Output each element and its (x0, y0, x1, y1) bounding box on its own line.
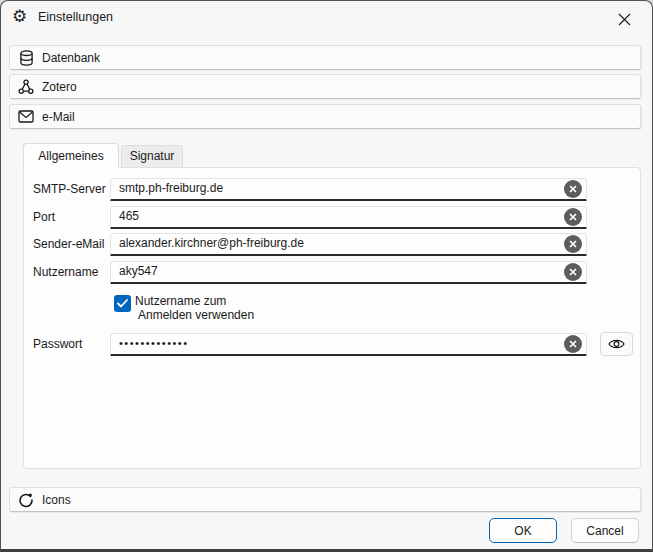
database-icon (18, 50, 34, 66)
sender-email-field-wrap (110, 233, 587, 256)
titlebar: ⚙ Einstellungen (1, 1, 652, 37)
sender-email-row: Sender-eMail (33, 233, 587, 256)
ok-button[interactable]: OK (489, 518, 557, 543)
clear-x-icon (569, 340, 577, 348)
sender-email-input[interactable] (111, 234, 586, 254)
section-label-icons: Icons (42, 493, 71, 507)
clear-x-icon (569, 268, 577, 276)
port-input[interactable] (111, 207, 586, 227)
reveal-password-button[interactable] (600, 332, 633, 356)
port-field-wrap (110, 206, 587, 229)
port-row: Port (33, 206, 587, 229)
section-email[interactable]: e-Mail (9, 104, 641, 129)
use-username-checkbox-row[interactable]: Nutzername zum Anmelden verwenden (114, 294, 254, 322)
section-zotero[interactable]: Zotero (9, 74, 641, 99)
zotero-icon (18, 79, 34, 95)
passwort-row: Passwort (33, 333, 587, 356)
window-title: Einstellungen (38, 10, 113, 24)
passwort-clear-button[interactable] (564, 335, 582, 353)
port-label: Port (33, 206, 110, 229)
nutzername-clear-button[interactable] (564, 263, 582, 281)
clear-x-icon (569, 213, 577, 221)
nutzername-label: Nutzername (33, 261, 110, 284)
tab-signatur[interactable]: Signatur (121, 145, 183, 167)
sender-email-clear-button[interactable] (564, 235, 582, 253)
section-label-zotero: Zotero (42, 80, 77, 94)
envelope-icon (18, 109, 34, 125)
email-general-panel: SMTP-Server Port Sender-eMail (23, 167, 641, 469)
cancel-button[interactable]: Cancel (571, 518, 639, 543)
sender-email-label: Sender-eMail (33, 233, 110, 256)
smtp-server-row: SMTP-Server (33, 178, 587, 201)
passwort-field-wrap (110, 333, 587, 356)
nutzername-field-wrap (110, 261, 587, 284)
section-datenbank[interactable]: Datenbank (9, 45, 641, 70)
gear-icon: ⚙ (12, 8, 27, 26)
use-username-checkbox-label: Nutzername zum Anmelden verwenden (135, 294, 254, 322)
close-icon (618, 13, 631, 26)
passwort-input[interactable] (111, 334, 586, 354)
settings-dialog: ⚙ Einstellungen Datenbank Z (0, 0, 653, 552)
tab-allgemeines[interactable]: Allgemeines (23, 143, 119, 168)
section-label-datenbank: Datenbank (42, 51, 100, 65)
section-icons[interactable]: Icons (9, 487, 641, 512)
eye-icon (608, 338, 625, 350)
nutzername-input[interactable] (111, 262, 586, 282)
nutzername-row: Nutzername (33, 261, 587, 284)
smtp-server-field-wrap (110, 178, 587, 201)
clear-x-icon (569, 240, 577, 248)
smtp-server-label: SMTP-Server (33, 178, 110, 201)
refresh-icon (18, 492, 34, 508)
close-button[interactable] (604, 5, 644, 33)
passwort-label: Passwort (33, 333, 110, 356)
smtp-server-input[interactable] (111, 179, 586, 199)
checkbox-checked-icon[interactable] (114, 295, 131, 312)
smtp-server-clear-button[interactable] (564, 180, 582, 198)
section-label-email: e-Mail (42, 110, 75, 124)
clear-x-icon (569, 185, 577, 193)
port-clear-button[interactable] (564, 208, 582, 226)
